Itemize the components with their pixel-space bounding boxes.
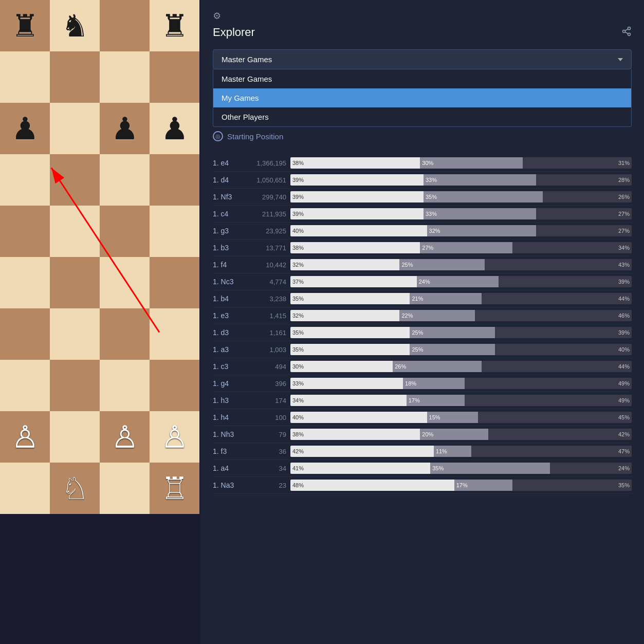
share-icon[interactable] [621, 26, 632, 39]
board-cell[interactable] [0, 308, 50, 360]
move-row[interactable]: 1. b43,23835%21%44% [213, 290, 632, 307]
chess-piece: ♜ [161, 8, 189, 44]
board-cell[interactable] [0, 360, 50, 411]
bar-white: 39% [290, 191, 424, 203]
move-row[interactable]: 1. g439633%18%49% [213, 375, 632, 392]
board-cell[interactable] [0, 257, 50, 308]
move-count: 494 [245, 363, 286, 371]
board-cell[interactable] [150, 257, 199, 308]
board-cell[interactable] [0, 51, 50, 103]
bar-white: 48% [290, 480, 454, 491]
dropdown-select[interactable]: Master Games [213, 49, 632, 69]
dropdown-container[interactable]: Master Games Master Games My Games Other… [213, 49, 632, 69]
move-row[interactable]: 1. Na32348%17%35% [213, 477, 632, 494]
bar-black: 46% [475, 310, 632, 321]
move-bar: 35%25%39% [290, 327, 632, 338]
move-row[interactable]: 1. b313,77138%27%34% [213, 240, 632, 256]
board-cell[interactable] [100, 154, 150, 206]
board-cell[interactable] [50, 411, 100, 463]
board-cell[interactable] [100, 360, 150, 411]
bar-draw: 32% [427, 225, 536, 236]
move-count: 13,771 [245, 244, 286, 252]
move-row[interactable]: 1. g323,92540%32%27% [213, 223, 632, 240]
board-cell[interactable] [50, 257, 100, 308]
board-cell[interactable]: ♞ [50, 0, 100, 51]
board-cell[interactable] [100, 257, 150, 308]
move-row[interactable]: 1. d31,16135%25%39% [213, 324, 632, 341]
board-cell[interactable]: ♙ [150, 411, 199, 463]
board-cell[interactable]: ♜ [0, 0, 50, 51]
bar-black: 34% [512, 242, 632, 253]
board-cell[interactable] [0, 154, 50, 206]
move-name: 1. d3 [213, 328, 241, 337]
board-cell[interactable] [50, 103, 100, 154]
board-cell[interactable] [100, 206, 150, 257]
board-cell[interactable] [100, 463, 150, 514]
board-cell[interactable] [0, 463, 50, 514]
move-row[interactable]: 1. e41,366,19538%30%31% [213, 155, 632, 172]
bar-draw: 35% [430, 463, 549, 474]
bar-black: 44% [482, 361, 632, 372]
board-cell[interactable] [50, 360, 100, 411]
move-name: 1. a4 [213, 464, 241, 472]
move-row[interactable]: 1. e31,41532%22%46% [213, 307, 632, 324]
board-cell[interactable]: ♘ [50, 463, 100, 514]
board-cell[interactable] [150, 206, 199, 257]
board-cell[interactable] [50, 206, 100, 257]
chess-piece: ♖ [161, 470, 189, 506]
bar-white: 30% [290, 361, 393, 372]
board-cell[interactable] [50, 51, 100, 103]
board-cell[interactable]: ♜ [150, 0, 199, 51]
board-cell[interactable] [150, 308, 199, 360]
board-cell[interactable]: ♟ [150, 103, 199, 154]
gear-icon[interactable]: ⚙ [213, 10, 221, 22]
move-row[interactable]: 1. h410040%15%45% [213, 409, 632, 426]
move-row[interactable]: 1. f410,44232%25%43% [213, 256, 632, 273]
move-row[interactable]: 1. f33642%11%47% [213, 443, 632, 460]
board-cell[interactable] [100, 0, 150, 51]
board-cell[interactable] [0, 206, 50, 257]
board-cell[interactable]: ♙ [100, 411, 150, 463]
chess-piece: ♟ [11, 111, 39, 146]
move-row[interactable]: 1. h317434%17%49% [213, 392, 632, 409]
board-cell[interactable] [150, 51, 199, 103]
move-row[interactable]: 1. a43441%35%24% [213, 460, 632, 477]
board-cell[interactable] [100, 308, 150, 360]
board-cell[interactable] [100, 51, 150, 103]
move-name: 1. b4 [213, 295, 241, 303]
bar-white: 40% [290, 412, 427, 423]
move-row[interactable]: 1. c4211,93539%33%27% [213, 206, 632, 223]
bar-black: 39% [499, 276, 632, 287]
move-count: 1,366,195 [245, 159, 286, 167]
move-row[interactable]: 1. d41,050,65139%33%28% [213, 172, 632, 189]
board-cell[interactable] [150, 360, 199, 411]
move-bar: 39%33%27% [290, 208, 632, 219]
board-cell[interactable]: ♟ [0, 103, 50, 154]
board-cell[interactable]: ♙ [0, 411, 50, 463]
move-row[interactable]: 1. Nf3299,74039%35%26% [213, 189, 632, 206]
moves-table: 1. e41,366,19538%30%31%1. d41,050,65139%… [213, 155, 632, 494]
bar-black: 35% [512, 480, 632, 491]
move-row[interactable]: 1. Nc34,77437%24%39% [213, 273, 632, 290]
board-cell[interactable] [50, 154, 100, 206]
svg-point-2 [628, 27, 631, 29]
move-row[interactable]: 1. a31,00335%25%40% [213, 341, 632, 358]
board-cell[interactable]: ♟ [100, 103, 150, 154]
bar-black: 24% [550, 463, 632, 474]
svg-line-6 [625, 29, 628, 30]
move-count: 396 [245, 380, 286, 388]
board-cell[interactable] [50, 308, 100, 360]
move-name: 1. h3 [213, 396, 241, 404]
board-cell[interactable]: ♖ [150, 463, 199, 514]
board-cell[interactable] [150, 154, 199, 206]
starting-position-label: Starting Position [227, 132, 283, 141]
move-row[interactable]: 1. Nh37938%20%42% [213, 426, 632, 443]
dropdown-item-otherplayers[interactable]: Other Players [213, 107, 631, 126]
move-bar: 38%27%34% [290, 242, 632, 253]
bar-draw: 26% [393, 361, 482, 372]
bar-draw: 17% [407, 395, 465, 406]
svg-point-3 [623, 30, 625, 32]
dropdown-item-master[interactable]: Master Games [213, 69, 631, 88]
move-row[interactable]: 1. c349430%26%44% [213, 358, 632, 375]
dropdown-item-mygames[interactable]: My Games [213, 88, 631, 107]
